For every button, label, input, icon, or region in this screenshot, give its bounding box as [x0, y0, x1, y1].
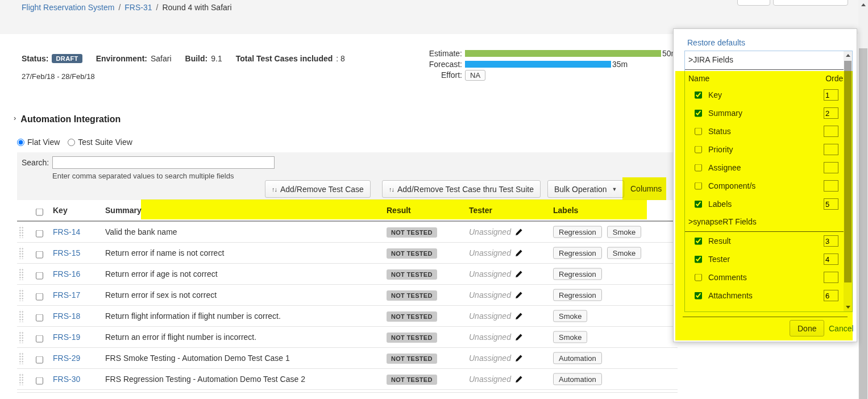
add-remove-test-case-button[interactable]: ↑↓Add/Remove Test Case	[265, 180, 371, 198]
field-checkbox[interactable]	[695, 292, 702, 300]
scroll-up-icon[interactable]	[844, 51, 852, 60]
field-checkbox[interactable]	[695, 128, 702, 135]
scroll-up-icon[interactable]	[858, 0, 868, 10]
section-collapse-icon[interactable]: ›	[14, 114, 16, 122]
field-checkbox[interactable]	[695, 92, 702, 99]
search-hint: Enter comma separated values to search m…	[52, 172, 234, 180]
drag-handle-icon[interactable]	[18, 268, 24, 280]
order-input[interactable]	[824, 162, 838, 173]
flat-view-radio[interactable]	[17, 139, 24, 146]
breadcrumb-issue-link[interactable]: FRS-31	[124, 3, 152, 12]
drag-handle-icon[interactable]	[18, 226, 24, 238]
tester-value: Unassigned	[469, 311, 511, 321]
field-checkbox[interactable]	[695, 182, 702, 190]
flat-view-option[interactable]: Flat View	[17, 138, 60, 147]
label-chip[interactable]: Regression	[553, 247, 602, 259]
edit-tester-icon[interactable]	[515, 354, 523, 362]
test-case-key-link[interactable]: FRS-15	[53, 248, 80, 257]
test-suite-view-radio[interactable]	[68, 139, 75, 146]
edit-tester-icon[interactable]	[515, 291, 523, 299]
row-checkbox[interactable]	[36, 377, 43, 385]
row-checkbox[interactable]	[36, 314, 43, 322]
field-name: Assignee	[708, 163, 741, 172]
field-checkbox[interactable]	[695, 110, 702, 117]
breadcrumb-project-link[interactable]: Flight Reservation System	[22, 3, 114, 12]
label-chip[interactable]: Smoke	[607, 226, 641, 238]
label-chip[interactable]: Automation	[553, 352, 602, 364]
scroll-down-icon[interactable]	[844, 303, 852, 311]
drag-handle-icon[interactable]	[18, 247, 24, 259]
result-badge: NOT TESTED	[387, 375, 437, 385]
order-input[interactable]	[824, 126, 838, 137]
drag-handle-icon[interactable]	[18, 352, 24, 364]
edit-tester-icon[interactable]	[515, 375, 523, 383]
test-case-key-link[interactable]: FRS-17	[53, 290, 80, 300]
order-input[interactable]	[824, 180, 838, 192]
edit-tester-icon[interactable]	[515, 312, 523, 320]
search-input[interactable]	[52, 156, 275, 169]
order-input[interactable]	[824, 107, 838, 119]
restore-defaults-link[interactable]: Restore defaults	[687, 38, 745, 47]
add-remove-thru-suite-button[interactable]: ↑↓Add/Remove Test Case thru Test Suite	[382, 180, 541, 198]
label-chip[interactable]: Smoke	[553, 310, 587, 322]
row-checkbox[interactable]	[36, 230, 43, 238]
drag-handle-icon[interactable]	[18, 289, 24, 301]
cutoff-button[interactable]	[773, 0, 848, 6]
row-checkbox[interactable]	[36, 356, 43, 364]
label-chip[interactable]: Regression	[553, 268, 602, 280]
edit-tester-icon[interactable]	[515, 228, 523, 236]
label-chip[interactable]: Automation	[553, 373, 602, 385]
total-test-cases-label: Total Test Cases included	[236, 54, 333, 63]
field-list-scrollbar-thumb[interactable]	[844, 61, 852, 282]
done-button[interactable]: Done	[790, 320, 824, 336]
test-case-key-link[interactable]: FRS-30	[53, 375, 80, 384]
bulk-operation-button[interactable]: Bulk Operation▼	[547, 180, 624, 198]
order-input[interactable]	[824, 198, 838, 210]
field-name: Tester	[708, 255, 730, 264]
drag-handle-icon[interactable]	[18, 373, 24, 385]
test-case-key-link[interactable]: FRS-19	[53, 332, 80, 342]
order-input[interactable]	[824, 235, 838, 247]
field-list-scrollbar[interactable]	[844, 51, 852, 311]
edit-tester-icon[interactable]	[515, 249, 523, 257]
cancel-link[interactable]: Cancel	[829, 324, 854, 333]
row-checkbox[interactable]	[36, 251, 43, 259]
page-scrollbar-thumb[interactable]	[859, 48, 867, 399]
environment-label: Environment:	[96, 54, 147, 63]
test-suite-view-option[interactable]: Test Suite View	[68, 138, 132, 147]
edit-tester-icon[interactable]	[515, 333, 523, 341]
order-input[interactable]	[824, 272, 838, 283]
order-input[interactable]	[824, 290, 838, 301]
total-test-cases-value: : 8	[336, 54, 345, 63]
field-checkbox[interactable]	[695, 146, 702, 153]
field-checkbox[interactable]	[695, 256, 702, 263]
test-case-key-link[interactable]: FRS-29	[53, 354, 80, 363]
order-input[interactable]	[824, 253, 838, 265]
row-checkbox[interactable]	[36, 293, 43, 301]
test-case-key-link[interactable]: FRS-18	[53, 311, 80, 321]
label-chip[interactable]: Regression	[553, 289, 602, 301]
page-scrollbar[interactable]	[858, 0, 868, 399]
field-checkbox[interactable]	[695, 238, 702, 245]
row-checkbox[interactable]	[36, 335, 43, 343]
row-checkbox[interactable]	[36, 272, 43, 280]
order-input[interactable]	[824, 89, 838, 101]
label-chip[interactable]: Smoke	[553, 331, 587, 343]
test-case-key-link[interactable]: FRS-16	[53, 269, 80, 279]
drag-handle-icon[interactable]	[18, 310, 24, 322]
edit-tester-icon[interactable]	[515, 270, 523, 278]
effort-value: NA	[465, 70, 485, 81]
order-input[interactable]	[824, 144, 838, 155]
select-all-checkbox[interactable]	[36, 209, 43, 216]
test-case-key-link[interactable]: FRS-14	[53, 227, 80, 236]
drag-handle-icon[interactable]	[18, 331, 24, 343]
columns-button[interactable]: Columns	[627, 184, 665, 194]
key-column-header: Key	[53, 206, 68, 215]
estimate-label: Estimate:	[423, 49, 462, 58]
field-checkbox[interactable]	[695, 201, 702, 208]
label-chip[interactable]: Regression	[553, 226, 602, 238]
label-chip[interactable]: Smoke	[607, 247, 641, 259]
field-checkbox[interactable]	[695, 164, 702, 172]
field-checkbox[interactable]	[695, 274, 702, 281]
cutoff-button[interactable]	[737, 0, 770, 6]
